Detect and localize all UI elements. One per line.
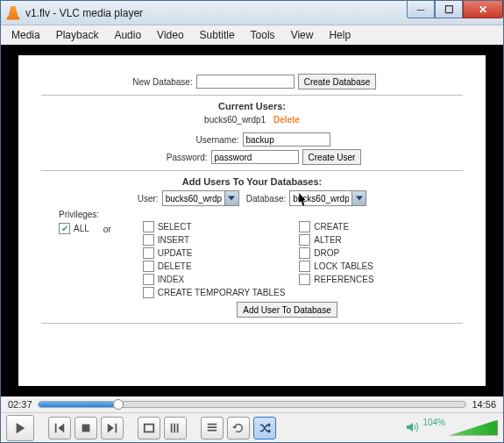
priv-checkbox[interactable] <box>299 261 310 272</box>
current-time: 02:37 <box>8 399 32 410</box>
volume-percent: 104% <box>422 418 445 427</box>
fullscreen-button[interactable] <box>138 417 160 439</box>
privileges-section: Privileges: ALL or SELECTINSERTUPDATEDEL… <box>59 210 463 318</box>
username-input[interactable] <box>243 132 330 146</box>
password-input[interactable] <box>211 150 299 164</box>
priv-label: CREATE TEMPORARY TABLES <box>158 288 286 297</box>
seek-bar[interactable] <box>38 401 467 408</box>
window-title: v1.flv - VLC media player <box>25 7 143 19</box>
add-user-to-db-button[interactable]: Add User To Database <box>237 302 337 318</box>
create-db-button[interactable]: Create Database <box>298 74 377 89</box>
priv-row: DROP <box>299 247 373 259</box>
menu-subtitle[interactable]: Subtitle <box>193 26 242 44</box>
priv-row: REFERENCES <box>299 274 373 285</box>
speaker-icon[interactable] <box>405 420 419 436</box>
vlc-window: v1.flv - VLC media player ─ ☐ ✕ Media Pl… <box>0 0 504 443</box>
privileges-label: Privileges: <box>59 210 463 219</box>
priv-checkbox[interactable] <box>299 274 310 285</box>
svg-rect-1 <box>145 424 154 432</box>
priv-label: DROP <box>314 248 339 258</box>
or-label: or <box>103 225 111 234</box>
priv-all-checkbox[interactable] <box>59 223 70 234</box>
database-select[interactable] <box>289 190 366 206</box>
priv-checkbox[interactable] <box>143 261 154 272</box>
extended-settings-button[interactable] <box>164 417 187 439</box>
window-buttons: ─ ☐ ✕ <box>407 1 503 25</box>
new-db-label: New Database: <box>128 77 193 87</box>
user-select-label: User: <box>138 194 159 204</box>
play-button[interactable] <box>6 415 34 441</box>
menu-view[interactable]: View <box>284 26 321 44</box>
username-label: Username: <box>174 135 239 145</box>
priv-label: SELECT <box>158 222 192 232</box>
titlebar: v1.flv - VLC media player ─ ☐ ✕ <box>1 1 503 25</box>
priv-row: CREATE <box>299 221 373 232</box>
new-db-input[interactable] <box>196 75 295 89</box>
database-select-value[interactable] <box>290 191 351 205</box>
seek-row: 02:37 14:56 <box>1 397 503 412</box>
menu-audio[interactable]: Audio <box>107 26 148 44</box>
maximize-button[interactable]: ☐ <box>435 1 463 18</box>
menu-video[interactable]: Video <box>150 26 190 44</box>
priv-row: CREATE TEMPORARY TABLES <box>143 287 286 298</box>
priv-checkbox[interactable] <box>143 234 154 246</box>
priv-label: DELETE <box>158 261 192 271</box>
menu-tools[interactable]: Tools <box>244 26 282 44</box>
priv-checkbox[interactable] <box>143 221 154 232</box>
priv-row: LOCK TABLES <box>299 261 373 272</box>
priv-row: INDEX <box>143 274 286 285</box>
database-select-label: Database: <box>246 194 287 204</box>
total-time: 14:56 <box>472 399 496 410</box>
volume-control: 104% <box>405 420 498 436</box>
priv-row: INSERT <box>143 234 286 246</box>
menu-playback[interactable]: Playback <box>49 26 106 44</box>
next-button[interactable] <box>101 417 124 439</box>
priv-label: LOCK TABLES <box>314 261 373 271</box>
priv-checkbox[interactable] <box>299 221 310 232</box>
priv-all-label: ALL <box>74 224 89 233</box>
priv-checkbox[interactable] <box>143 287 154 298</box>
shuffle-button[interactable] <box>253 417 276 439</box>
stop-button[interactable] <box>75 417 97 439</box>
priv-label: ALTER <box>314 235 342 245</box>
current-user-row: bucks60_wrdp1 Delete <box>41 115 463 125</box>
priv-row: SELECT <box>143 221 286 232</box>
priv-row: ALTER <box>299 234 373 246</box>
create-user-button[interactable]: Create User <box>302 149 362 165</box>
priv-label: INDEX <box>158 275 185 284</box>
menu-media[interactable]: Media <box>4 26 47 44</box>
chevron-down-icon[interactable] <box>351 191 366 205</box>
priv-label: REFERENCES <box>314 275 373 284</box>
video-area: New Database: Create Database Current Us… <box>1 45 503 397</box>
priv-checkbox[interactable] <box>143 274 154 285</box>
priv-checkbox[interactable] <box>143 247 154 259</box>
user-select[interactable] <box>162 190 239 206</box>
priv-checkbox[interactable] <box>299 247 310 259</box>
seek-thumb[interactable] <box>113 399 124 410</box>
password-label: Password: <box>143 153 208 162</box>
current-user-name: bucks60_wrdp1 <box>204 115 266 125</box>
priv-row: DELETE <box>143 261 286 272</box>
seek-fill <box>39 402 113 407</box>
close-button[interactable]: ✕ <box>463 1 503 18</box>
add-users-heading: Add Users To Your Databases: <box>41 176 463 187</box>
loop-button[interactable] <box>227 417 250 439</box>
rendered-page: New Database: Create Database Current Us… <box>18 55 486 386</box>
menubar: Media Playback Audio Video Subtitle Tool… <box>1 25 503 45</box>
priv-label: INSERT <box>158 235 190 245</box>
playlist-button[interactable] <box>201 417 224 439</box>
priv-checkbox[interactable] <box>299 234 310 246</box>
menu-help[interactable]: Help <box>322 26 358 44</box>
user-select-value[interactable] <box>163 191 224 205</box>
priv-label: UPDATE <box>158 248 193 258</box>
controls-bar: 104% <box>1 412 503 442</box>
minimize-button[interactable]: ─ <box>407 1 435 18</box>
svg-rect-0 <box>82 424 90 432</box>
previous-button[interactable] <box>48 417 71 439</box>
current-users-heading: Current Users: <box>41 101 463 111</box>
delete-user-link[interactable]: Delete <box>273 115 300 125</box>
priv-row: UPDATE <box>143 247 286 259</box>
chevron-down-icon[interactable] <box>224 191 238 205</box>
volume-slider[interactable] <box>449 420 498 436</box>
priv-label: CREATE <box>314 222 349 232</box>
